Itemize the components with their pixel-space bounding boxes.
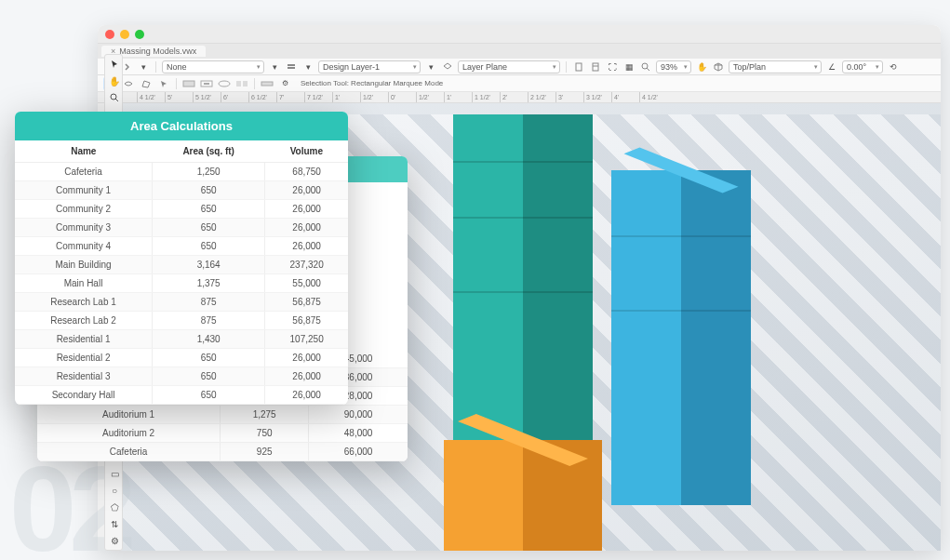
table-cell: 650 xyxy=(153,200,265,219)
table-cell: 650 xyxy=(153,219,265,237)
ruler-tick: 5' xyxy=(165,92,193,102)
hand-icon[interactable]: ✋ xyxy=(695,60,708,73)
mode-bar: ⚙ Selection Tool: Rectangular Marquee Mo… xyxy=(98,75,941,92)
horizontal-ruler: 4'4 1/2'5'5 1/2'6'6 1/2'7'7 1/2'1'1/2'0'… xyxy=(98,92,941,103)
table-cell: 237,320 xyxy=(265,256,348,274)
panel-title: Area Calculations xyxy=(15,112,348,140)
view-select[interactable]: Top/Plan xyxy=(729,60,822,73)
mode-c-icon[interactable] xyxy=(217,77,232,90)
table-row[interactable]: Community 365026,000 xyxy=(15,219,348,237)
layer-select[interactable]: Design Layer-1 xyxy=(318,60,421,73)
table-row[interactable]: Community 165026,000 xyxy=(15,181,348,200)
page-icon[interactable] xyxy=(572,60,585,73)
table-cell: 68,750 xyxy=(265,163,348,181)
angle-icon[interactable]: ∠ xyxy=(825,60,838,73)
dropdown-icon[interactable]: ▾ xyxy=(137,60,150,73)
table-cell: Community 4 xyxy=(15,237,153,256)
mode-hint: Selection Tool: Rectangular Marquee Mode xyxy=(301,79,443,87)
ruler-tick: 1/2' xyxy=(416,92,444,102)
table-cell: 56,875 xyxy=(265,312,348,330)
table-row[interactable]: Auditorium 11,27590,000 xyxy=(37,406,408,424)
zoom-select[interactable]: 93% xyxy=(656,60,691,73)
stack-icon[interactable] xyxy=(285,60,298,73)
layer-options-button[interactable]: ▾ xyxy=(424,60,437,73)
table-row[interactable]: Auditorium 275048,000 xyxy=(37,424,408,443)
svg-rect-0 xyxy=(288,64,295,66)
ruler-tick: 1' xyxy=(444,92,472,102)
ruler-tick: 4' xyxy=(611,92,639,102)
ruler-tick: 6 1/2' xyxy=(248,92,276,102)
zoom-window-button[interactable] xyxy=(135,30,144,39)
settings-icon[interactable]: ⚙ xyxy=(277,77,292,90)
table-row[interactable]: Community 465026,000 xyxy=(15,237,348,256)
svg-rect-1 xyxy=(288,67,295,69)
table-cell: Main Building xyxy=(15,256,153,274)
ruler-tick: 4 1/2' xyxy=(639,92,667,102)
angle-input[interactable]: 0.00° xyxy=(842,60,883,73)
mode-d-icon[interactable] xyxy=(234,77,249,90)
table-cell: Research Lab 1 xyxy=(15,293,153,312)
table-cell: Residential 2 xyxy=(15,349,153,367)
table-cell: Main Hall xyxy=(15,274,153,293)
search-icon[interactable] xyxy=(639,60,652,73)
zoom-tool-icon[interactable] xyxy=(107,90,122,105)
lasso-mode-icon[interactable] xyxy=(121,77,136,90)
table-cell: 26,000 xyxy=(265,386,348,405)
table-cell: 875 xyxy=(153,293,265,312)
polygon-mode-icon[interactable] xyxy=(139,77,154,90)
table-cell: 650 xyxy=(153,349,265,367)
mode-a-icon[interactable] xyxy=(181,77,196,90)
mode-b-icon[interactable] xyxy=(199,77,214,90)
table-cell: Auditorium 1 xyxy=(37,406,221,424)
main-toolbar: ▾ None ▾ ▾ Design Layer-1 ▾ Layer Plane … xyxy=(98,59,941,75)
grid-icon[interactable]: ▦ xyxy=(622,60,636,73)
cube-icon[interactable] xyxy=(712,60,725,73)
ruler-tick: 7 1/2' xyxy=(304,92,332,102)
ruler-tick: 1' xyxy=(332,92,360,102)
area-calculations-panel[interactable]: Area Calculations NameArea (sq. ft)Volum… xyxy=(15,112,348,405)
table-row[interactable]: Residential 265026,000 xyxy=(15,349,348,367)
pan-tool-icon[interactable]: ✋ xyxy=(107,73,122,88)
table-row[interactable]: Cafeteria1,25068,750 xyxy=(15,163,348,181)
table-row[interactable]: Secondary Hall65026,000 xyxy=(15,386,348,405)
svg-rect-13 xyxy=(243,81,248,87)
single-select-icon[interactable] xyxy=(156,77,171,90)
close-window-button[interactable] xyxy=(105,30,114,39)
wall-mode-icon[interactable] xyxy=(260,77,274,90)
ruler-tick: 7' xyxy=(276,92,304,102)
table-row[interactable]: Main Building3,164237,320 xyxy=(15,256,348,274)
svg-rect-2 xyxy=(576,63,582,71)
class-select[interactable]: None xyxy=(162,60,264,73)
rect-tool-icon[interactable]: ▭ xyxy=(107,466,122,481)
table-cell: Cafeteria xyxy=(37,443,221,461)
fit-icon[interactable]: ⛶ xyxy=(606,60,619,73)
rotate-icon[interactable]: ⟲ xyxy=(887,60,900,73)
gear-icon[interactable]: ⚙ xyxy=(107,533,122,548)
table-row[interactable]: Research Lab 287556,875 xyxy=(15,312,348,330)
minimize-window-button[interactable] xyxy=(120,30,129,39)
layers-icon[interactable] xyxy=(441,60,454,73)
tower-orange[interactable] xyxy=(444,440,602,551)
ruler-tick: 2' xyxy=(500,92,528,102)
table-row[interactable]: Research Lab 187556,875 xyxy=(15,293,348,312)
table-cell: 107,250 xyxy=(265,330,348,349)
selection-tool-icon[interactable] xyxy=(107,57,122,72)
table-row[interactable]: Residential 365026,000 xyxy=(15,367,348,386)
ruler-tick: 3 1/2' xyxy=(583,92,611,102)
plane-select[interactable]: Layer Plane xyxy=(458,60,560,73)
table-cell: Cafeteria xyxy=(15,163,153,181)
circle-tool-icon[interactable]: ○ xyxy=(107,483,122,498)
table-cell: 26,000 xyxy=(265,367,348,386)
class-options-button[interactable]: ▾ xyxy=(268,60,281,73)
polygon-tool-icon[interactable]: ⬠ xyxy=(107,500,122,514)
table-row[interactable]: Main Hall1,37555,000 xyxy=(15,274,348,293)
table-cell: 90,000 xyxy=(309,406,408,424)
push-pull-icon[interactable]: ⇅ xyxy=(107,516,122,531)
dropdown-icon[interactable]: ▾ xyxy=(301,60,314,73)
table-cell: 26,000 xyxy=(265,237,348,256)
table-row[interactable]: Residential 11,430107,250 xyxy=(15,330,348,349)
table-row[interactable]: Cafeteria92566,000 xyxy=(37,443,408,461)
tower-blue[interactable] xyxy=(611,170,751,505)
table-row[interactable]: Community 265026,000 xyxy=(15,200,348,219)
sheet-icon[interactable] xyxy=(589,60,602,73)
